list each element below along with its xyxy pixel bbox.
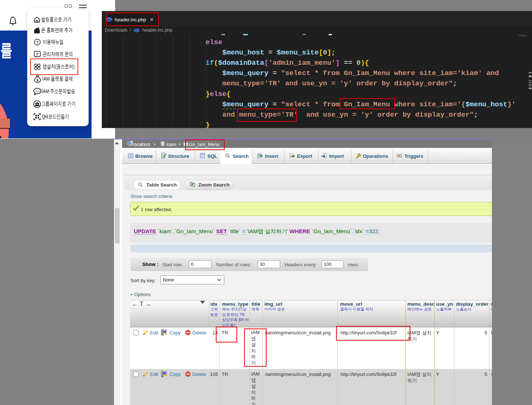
svg-text:?: ?: [36, 40, 39, 45]
svg-text:?: ?: [36, 52, 38, 56]
svg-text:$: $: [36, 78, 39, 82]
svg-text:php: php: [135, 29, 139, 32]
